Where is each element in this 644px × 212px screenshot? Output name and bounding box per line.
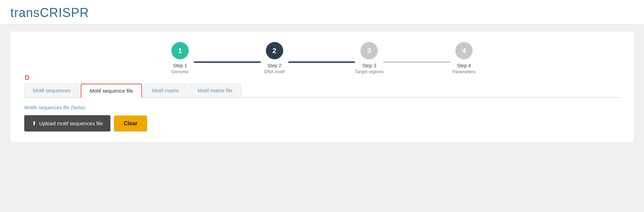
step-3-circle: 3 <box>360 42 378 59</box>
clear-button[interactable]: Clear <box>114 116 147 132</box>
header: transCRISPR <box>0 0 644 25</box>
connector-1-2 <box>194 53 261 63</box>
step-3-label: Step 3 Target regions <box>355 63 383 74</box>
app-title: transCRISPR <box>10 6 634 20</box>
step-1: 1 Step 1 Genome <box>166 42 194 74</box>
upload-icon: ⬆ <box>32 120 36 127</box>
step-1-label: Step 1 Genome <box>171 63 189 74</box>
upload-button[interactable]: ⬆ Upload motif sequences file <box>24 115 110 132</box>
tab-bar: Motif sequences Motif sequence file Moti… <box>24 84 620 98</box>
d-label: D <box>25 74 620 82</box>
connector-2-3 <box>288 53 355 63</box>
step-4-label: Step 4 Parameters <box>452 63 475 74</box>
stepper: 1 Step 1 Genome 2 Step 2 DNA motif <box>166 42 478 74</box>
button-row: ⬆ Upload motif sequences file Clear <box>24 115 620 132</box>
connector-3-4 <box>383 53 450 63</box>
step-3: 3 Step 3 Target regions <box>355 42 383 74</box>
step-2: 2 Step 2 DNA motif <box>261 42 288 74</box>
step-2-circle: 2 <box>266 42 283 59</box>
app-container: transCRISPR 1 Step 1 Genome <box>0 0 644 212</box>
tab-motif-matrix[interactable]: Motif matrix <box>143 84 188 97</box>
tab-motif-sequence-file[interactable]: Motif sequence file <box>81 84 142 98</box>
section-label: Motifs sequences file (fasta): <box>24 105 620 110</box>
step-4-circle: 4 <box>455 42 473 59</box>
main-content: 1 Step 1 Genome 2 Step 2 DNA motif <box>10 32 634 142</box>
step-4: 4 Step 4 Parameters <box>450 42 478 74</box>
step-1-circle: 1 <box>171 42 189 59</box>
tab-motif-matrix-file[interactable]: Motif matrix file <box>189 84 241 97</box>
tab-motif-sequences[interactable]: Motif sequences <box>24 84 79 97</box>
step-2-label: Step 2 DNA motif <box>264 63 285 74</box>
